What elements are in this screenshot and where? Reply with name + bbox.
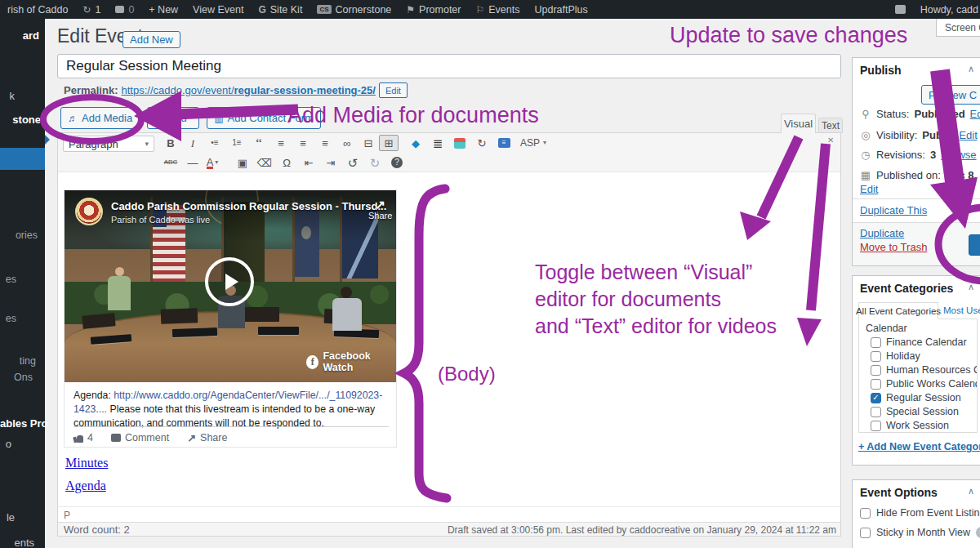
checkbox[interactable] xyxy=(871,351,881,362)
help-icon[interactable]: ? xyxy=(386,154,408,172)
share-button[interactable]: ↗ Share xyxy=(187,432,227,443)
special-character-icon[interactable]: Ω xyxy=(276,154,297,172)
checkbox[interactable] xyxy=(860,528,871,538)
align-left-icon[interactable]: ≡ xyxy=(270,134,292,152)
category-row[interactable]: Regular Session xyxy=(871,392,961,403)
duplicate-link[interactable]: Duplicate xyxy=(860,227,904,239)
sidebar-item[interactable]: k xyxy=(0,90,15,102)
video-title[interactable]: Caddo Parish Commission Regular Session … xyxy=(111,200,386,212)
paste-as-text-icon[interactable]: ▣ xyxy=(232,154,253,172)
keyboard-toggle-icon[interactable]: ⊞ xyxy=(379,135,399,151)
howdy-account[interactable]: Howdy, cadd xyxy=(913,0,980,19)
strikethrough-icon[interactable]: ABC xyxy=(160,154,181,172)
checkbox[interactable] xyxy=(860,508,871,519)
tab-text[interactable]: Text xyxy=(818,118,843,133)
sidebar-item[interactable]: ting xyxy=(0,355,36,367)
video-share-button[interactable]: ↗ Share xyxy=(368,198,392,221)
forminator-icon[interactable]: ◆ xyxy=(405,134,426,152)
category-row[interactable]: Finance Calendar xyxy=(871,336,967,348)
collapse-caret-icon[interactable]: ∧ xyxy=(968,64,974,74)
checkbox[interactable] xyxy=(871,393,881,403)
indent-icon[interactable]: ⇥ xyxy=(320,154,341,172)
layers-icon[interactable]: ≣ xyxy=(427,134,448,152)
sticky-month-view-row[interactable]: Sticky in Month View ? xyxy=(860,527,980,538)
status-edit-link[interactable]: Edit xyxy=(970,108,980,120)
minutes-link[interactable]: Minutes xyxy=(65,456,108,470)
category-row[interactable]: Public Works Calendar xyxy=(871,378,978,390)
preview-changes-button[interactable]: Preview C xyxy=(921,85,980,105)
read-more-icon[interactable]: ⊟ xyxy=(358,134,379,152)
close-icon[interactable]: ✕ xyxy=(827,136,834,145)
blockquote-icon[interactable]: “ xyxy=(248,134,270,152)
numbered-list-icon[interactable]: 1≡ xyxy=(226,134,247,152)
sidebar-active-item[interactable] xyxy=(0,148,45,170)
category-row[interactable]: Work Session xyxy=(871,420,949,431)
bulleted-list-icon[interactable]: •≡ xyxy=(204,134,225,152)
admin-bar-updraftplus[interactable]: UpdraftPlus xyxy=(527,0,595,19)
sidebar-item[interactable]: le xyxy=(0,511,15,523)
collapse-caret-icon[interactable]: ∧ xyxy=(968,282,974,292)
add-new-button[interactable]: Add New xyxy=(122,31,180,48)
undo-icon[interactable]: ↺ xyxy=(342,154,363,172)
comment-button[interactable]: Comment xyxy=(111,432,169,443)
hide-from-listings-row[interactable]: Hide From Event Listings xyxy=(860,507,980,519)
sidebar-item-categories[interactable]: ories xyxy=(0,229,38,241)
update-button[interactable]: Update xyxy=(969,234,980,256)
video-player[interactable]: Caddo Parish Commission Regular Session … xyxy=(65,190,396,382)
sidebar-item[interactable]: es xyxy=(0,313,16,324)
category-row[interactable]: Special Session xyxy=(871,406,959,417)
screen-options-tab[interactable]: Screen Op xyxy=(936,19,980,37)
post-title-input[interactable]: Regular Session Meeting xyxy=(57,54,841,78)
admin-bar-site-kit[interactable]: G Site Kit xyxy=(251,0,310,19)
tab-all-event-categories[interactable]: All Event Categories xyxy=(858,302,938,319)
sidebar-item-addons[interactable]: Ons xyxy=(0,372,33,383)
move-to-trash-link[interactable]: Move to Trash xyxy=(860,241,927,253)
align-right-icon[interactable]: ≡ xyxy=(314,134,336,152)
sidebar-item-tables-pro[interactable]: ables Pro xyxy=(0,417,44,430)
clear-formatting-icon[interactable]: ⌫ xyxy=(254,154,275,172)
paragraph-dropdown[interactable]: Paragraph ▾ xyxy=(63,136,154,152)
category-row[interactable]: Holiday xyxy=(871,350,920,362)
outdent-icon[interactable]: ⇤ xyxy=(298,154,319,172)
admin-bar-cornerstone[interactable]: CS Cornerstone xyxy=(310,0,399,19)
calendar-plugin-icon[interactable] xyxy=(449,134,470,152)
checkbox[interactable] xyxy=(871,365,881,376)
admin-bar-updates[interactable]: ↻ 1 xyxy=(75,0,108,19)
caddo-parish-seal-avatar[interactable] xyxy=(75,198,103,225)
sidebar-item[interactable]: ents xyxy=(0,537,34,548)
admin-bar-view-event[interactable]: View Event xyxy=(185,0,251,19)
help-icon[interactable]: ? xyxy=(976,527,980,538)
sync-icon[interactable]: ↻ xyxy=(471,134,492,152)
sidebar-item[interactable]: es xyxy=(0,274,16,285)
agenda-link-body[interactable]: Agenda xyxy=(65,479,106,493)
screen-icon[interactable] xyxy=(895,5,906,14)
checkbox[interactable] xyxy=(871,337,881,348)
admin-bar-events[interactable]: ⚐ Events xyxy=(468,0,527,19)
checkbox[interactable] xyxy=(871,407,881,417)
horizontal-rule-icon[interactable]: — xyxy=(182,154,203,172)
duplicate-this-link[interactable]: Duplicate This xyxy=(860,204,927,216)
admin-bar-promoter[interactable]: ⚑ Promoter xyxy=(399,0,468,19)
asp-dropdown[interactable]: ASP ▾ xyxy=(516,134,550,152)
tab-most-used[interactable]: Most Use xyxy=(943,305,980,315)
add-contact-form-button[interactable]: ▥ Add Contact Form xyxy=(207,107,321,129)
revisions-browse-link[interactable]: Browse xyxy=(941,149,976,161)
sidebar-item-dashboard[interactable]: ard xyxy=(0,29,39,42)
redo-icon[interactable]: ↻ xyxy=(364,154,385,172)
bold-icon[interactable]: B xyxy=(160,134,181,152)
admin-bar-site-name[interactable]: rish of Caddo xyxy=(0,0,75,19)
facebook-post-embed[interactable]: Caddo Parish Commission Regular Session … xyxy=(64,189,397,448)
text-color-icon[interactable]: A▾ xyxy=(204,154,220,172)
like-count[interactable]: 4 xyxy=(74,432,93,443)
category-row[interactable]: Human Resources Calendar xyxy=(871,364,978,376)
play-button[interactable] xyxy=(205,257,254,306)
italic-icon[interactable]: I xyxy=(182,134,203,152)
visibility-edit-link[interactable]: Edit xyxy=(959,129,977,141)
add-document-button[interactable]: ▤ Add xyxy=(147,107,199,129)
checkbox[interactable] xyxy=(871,421,881,431)
collapse-caret-icon[interactable]: ∧ xyxy=(968,486,974,497)
sidebar-item-cornerstone[interactable]: stone xyxy=(0,114,41,126)
link-icon[interactable]: ∞ xyxy=(336,134,358,152)
permalink-link[interactable]: https://caddo.gov/event/regular-session-… xyxy=(121,84,375,96)
checkbox[interactable] xyxy=(871,379,881,390)
